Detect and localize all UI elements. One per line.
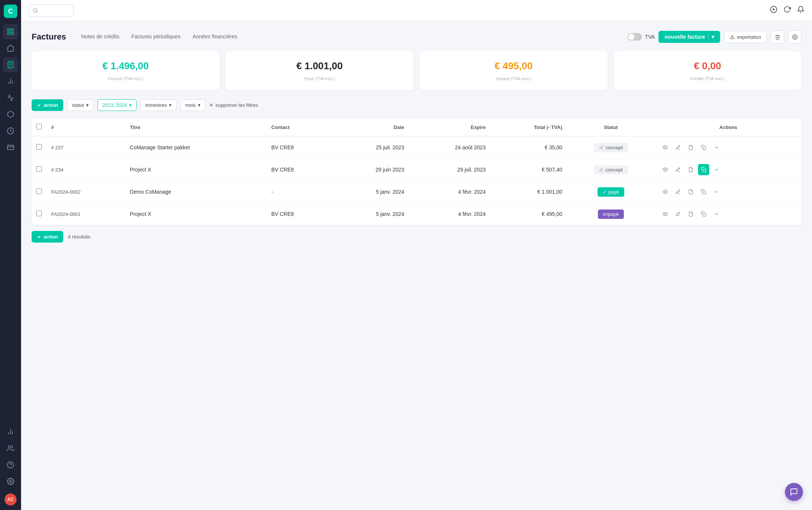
clear-filter-button[interactable]: ✕ supprimer les filtres	[209, 102, 258, 108]
sidebar-icon-box[interactable]	[3, 107, 18, 122]
export-button[interactable]: exportation	[724, 31, 767, 43]
sidebar-icon-dashboard[interactable]	[3, 24, 18, 39]
statut-filter[interactable]: statut ▾	[67, 99, 94, 111]
sidebar-icon-chart[interactable]	[3, 74, 18, 89]
new-invoice-button[interactable]: nouvelle facture ▾	[658, 31, 720, 43]
main-wrapper: Factures Notes de crédits Factures pério…	[21, 0, 812, 510]
row-checkbox[interactable]	[36, 144, 42, 150]
sidebar-icon-settings[interactable]	[3, 474, 18, 489]
edit-button[interactable]	[672, 164, 684, 175]
sidebar-icon-analytics[interactable]	[3, 424, 18, 439]
row-title: Demo CoManage	[125, 181, 267, 203]
svg-rect-35	[703, 213, 706, 216]
more-button[interactable]	[711, 186, 722, 197]
copy-button[interactable]	[698, 164, 709, 175]
row-number: # 237	[47, 136, 125, 159]
col-statut: Statut	[567, 118, 655, 136]
impaye-amount: € 495,00	[427, 60, 600, 72]
view-button[interactable]	[660, 208, 671, 220]
sidebar-icon-invoice[interactable]	[3, 57, 18, 72]
col-checkbox	[32, 118, 47, 136]
row-contact: -	[267, 181, 331, 203]
row-checkbox[interactable]	[36, 166, 42, 172]
row-status: ✓ payé	[567, 181, 655, 203]
col-date: Date	[331, 118, 409, 136]
tab-annees-financieres[interactable]: Années financières	[187, 31, 243, 42]
row-checkbox[interactable]	[36, 188, 42, 194]
row-actions-cell	[655, 159, 801, 181]
status-badge: concept	[594, 143, 628, 152]
app-logo[interactable]: C	[4, 5, 17, 18]
row-expire: 24 août 2023	[409, 136, 490, 159]
more-button[interactable]	[711, 164, 722, 175]
view-button[interactable]	[660, 186, 671, 197]
impaye-label: Impayé (TVA excl.)	[427, 76, 600, 81]
paye-label: Payé (TVA excl.)	[233, 76, 406, 81]
svg-rect-2	[8, 32, 10, 35]
pdf-button[interactable]	[685, 186, 696, 197]
search-box[interactable]	[29, 4, 74, 17]
edit-button[interactable]	[672, 208, 684, 220]
more-button[interactable]	[711, 208, 722, 220]
user-avatar[interactable]: AC	[5, 493, 17, 505]
svg-line-22	[36, 11, 38, 12]
row-actions	[660, 208, 797, 220]
tva-switch[interactable]	[628, 33, 642, 41]
chat-button[interactable]	[785, 483, 803, 501]
edit-button[interactable]	[672, 186, 684, 197]
svg-point-32	[665, 191, 666, 193]
row-checkbox[interactable]	[36, 211, 42, 216]
row-date: 25 juil. 2023	[331, 136, 409, 159]
sidebar-icon-users[interactable]	[3, 441, 18, 456]
copy-button[interactable]	[698, 208, 709, 220]
notification-icon[interactable]	[797, 6, 804, 15]
trimestres-filter[interactable]: trimestres ▾	[140, 99, 176, 111]
refresh-icon[interactable]	[783, 6, 791, 15]
paye-amount: € 1.001,00	[233, 60, 406, 72]
row-actions	[660, 164, 797, 175]
row-checkbox-cell	[32, 136, 47, 159]
credite-label: Crédité (TVA excl.)	[621, 76, 794, 81]
row-expire: 4 févr. 2024	[409, 181, 490, 203]
view-button[interactable]	[660, 164, 671, 175]
settings-button[interactable]	[788, 30, 801, 44]
sidebar-icon-time[interactable]	[3, 123, 18, 138]
close-icon: ✕	[209, 102, 213, 108]
mois-filter[interactable]: mois ▾	[180, 99, 205, 111]
date-range-filter[interactable]: 2023, 2024 ▾	[97, 99, 137, 111]
add-icon[interactable]	[770, 6, 777, 15]
select-all-checkbox[interactable]	[36, 124, 42, 129]
sidebar-icon-report[interactable]	[3, 90, 18, 105]
chevron-down-icon: ▾	[86, 102, 89, 108]
row-title: Project X	[125, 159, 267, 181]
copy-button[interactable]	[698, 186, 709, 197]
pdf-button[interactable]	[685, 164, 696, 175]
svg-rect-3	[11, 32, 14, 35]
svg-rect-1	[11, 29, 14, 31]
row-status: concept	[567, 136, 655, 159]
tab-notes-credits[interactable]: Notes de crédits	[75, 31, 125, 42]
pdf-button[interactable]	[685, 208, 696, 220]
sidebar-icon-billing[interactable]	[3, 140, 18, 155]
edit-button[interactable]	[672, 142, 684, 153]
action-button-top[interactable]: action	[32, 99, 63, 111]
row-expire: 29 juil. 2023	[409, 159, 490, 181]
view-button[interactable]	[660, 142, 671, 153]
tab-factures-periodiques[interactable]: Factures périodiques	[125, 31, 187, 42]
pdf-button[interactable]	[685, 142, 696, 153]
more-button[interactable]	[711, 142, 722, 153]
copy-button[interactable]	[698, 142, 709, 153]
invoices-table: # Titre Contact Date Expire Total (- TVA…	[32, 118, 801, 225]
row-date: 5 janv. 2024	[331, 181, 409, 203]
sidebar-icon-home[interactable]	[3, 41, 18, 56]
table-row: # 234 Project X BV CRE8 29 juin 2023 29 …	[32, 159, 801, 181]
row-total: € 507,40	[490, 159, 567, 181]
row-date: 29 juin 2023	[331, 159, 409, 181]
delete-button[interactable]	[771, 30, 784, 44]
action-button-bottom[interactable]: action	[32, 231, 63, 243]
svg-point-20	[10, 481, 12, 483]
summary-card-impaye: € 495,00 Impayé (TVA excl.)	[420, 51, 608, 90]
col-titre: Titre	[125, 118, 267, 136]
sidebar-icon-help[interactable]	[3, 457, 18, 472]
dropdown-arrow-icon: ▾	[708, 34, 714, 40]
